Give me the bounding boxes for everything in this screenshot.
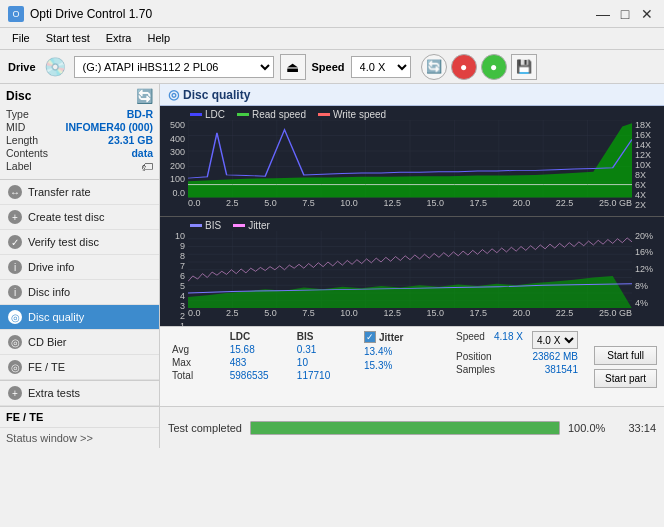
stats-panel: LDC BIS Avg 15.68 0.31 Max 483 10 Total … bbox=[160, 326, 664, 406]
settings-icon-btn[interactable]: ● bbox=[481, 54, 507, 80]
sidebar-item-disc-quality[interactable]: ◎ Disc quality bbox=[0, 305, 159, 330]
content-area: Disc 🔄 Type BD-R MID INFOMER40 (000) Len… bbox=[0, 84, 664, 406]
fe-te-nav-label: FE / TE bbox=[6, 411, 43, 423]
max-row: Max 483 10 bbox=[168, 357, 348, 368]
sidebar-item-verify-test-disc[interactable]: ✓ Verify test disc bbox=[0, 230, 159, 255]
speed-key: Speed bbox=[456, 331, 485, 349]
menu-start-test[interactable]: Start test bbox=[38, 30, 98, 47]
disc-icon-btn[interactable]: ● bbox=[451, 54, 477, 80]
drive-select[interactable]: (G:) ATAPI iHBS112 2 PL06 bbox=[74, 56, 274, 78]
menu-file[interactable]: File bbox=[4, 30, 38, 47]
sidebar-item-create-test-disc[interactable]: + Create test disc bbox=[0, 205, 159, 230]
legend-read-speed: Read speed bbox=[237, 109, 306, 120]
samples-val: 381541 bbox=[545, 364, 578, 375]
legend-jitter: Jitter bbox=[233, 220, 270, 231]
disc-length-key: Length bbox=[6, 134, 38, 146]
title-bar-controls: — □ ✕ bbox=[594, 5, 656, 23]
top-chart: LDC Read speed Write speed 500 400 300 bbox=[160, 106, 664, 217]
status-right-panel: Test completed 100.0% 33:14 bbox=[160, 407, 664, 448]
fe-te-nav-item[interactable]: FE / TE bbox=[0, 407, 159, 428]
speed-position-stats: Speed 4.18 X 4.0 X Position 23862 MB Sam… bbox=[452, 331, 582, 402]
total-bis: 117710 bbox=[297, 370, 344, 381]
jitter-header-row: ✓ Jitter bbox=[360, 331, 440, 343]
save-icon-btn[interactable]: 💾 bbox=[511, 54, 537, 80]
speed-select-stats[interactable]: 4.0 X bbox=[532, 331, 578, 349]
jitter-checkbox[interactable]: ✓ bbox=[364, 331, 376, 343]
sidebar-item-fe-te-label: FE / TE bbox=[28, 361, 65, 373]
sidebar-item-cd-bier-label: CD Bier bbox=[28, 336, 67, 348]
write-speed-color bbox=[318, 113, 330, 116]
bottom-chart-svg bbox=[188, 231, 632, 309]
progress-bar bbox=[251, 422, 559, 434]
samples-key: Samples bbox=[456, 364, 495, 375]
start-part-button[interactable]: Start part bbox=[594, 369, 657, 388]
transfer-rate-icon: ↔ bbox=[8, 185, 22, 199]
title-bar: O Opti Drive Control 1.70 — □ ✕ bbox=[0, 0, 664, 28]
avg-key: Avg bbox=[172, 344, 210, 355]
disc-panel: Disc 🔄 Type BD-R MID INFOMER40 (000) Len… bbox=[0, 84, 159, 180]
eject-icon-btn[interactable]: ⏏ bbox=[280, 54, 306, 80]
disc-length-row: Length 23.31 GB bbox=[6, 134, 153, 146]
minimize-button[interactable]: — bbox=[594, 5, 612, 23]
speed-val: 4.18 X bbox=[494, 331, 523, 349]
status-left-panel: FE / TE Status window >> bbox=[0, 407, 160, 448]
maximize-button[interactable]: □ bbox=[616, 5, 634, 23]
max-ldc: 483 bbox=[230, 357, 277, 368]
drive-info-icon: i bbox=[8, 260, 22, 274]
menu-extra[interactable]: Extra bbox=[98, 30, 140, 47]
sidebar-item-extra-tests[interactable]: + Extra tests bbox=[0, 380, 159, 406]
sidebar-item-verify-test-disc-label: Verify test disc bbox=[28, 236, 99, 248]
bottom-x-axis: 0.0 2.5 5.0 7.5 10.0 12.5 15.0 17.5 20.0… bbox=[188, 308, 632, 326]
sidebar-item-disc-info[interactable]: i Disc info bbox=[0, 280, 159, 305]
sidebar-item-drive-info-label: Drive info bbox=[28, 261, 74, 273]
extra-tests-icon: + bbox=[8, 386, 22, 400]
menu-bar: File Start test Extra Help bbox=[0, 28, 664, 50]
avg-bis: 0.31 bbox=[297, 344, 344, 355]
top-chart-legend: LDC Read speed Write speed bbox=[190, 109, 386, 120]
disc-info-icon: i bbox=[8, 285, 22, 299]
disc-refresh-icon[interactable]: 🔄 bbox=[136, 88, 153, 104]
sidebar-item-cd-bier[interactable]: ◎ CD Bier bbox=[0, 330, 159, 355]
sidebar-nav: ↔ Transfer rate + Create test disc ✓ Ver… bbox=[0, 180, 159, 406]
disc-type-key: Type bbox=[6, 108, 29, 120]
status-window-button[interactable]: Status window >> bbox=[0, 428, 159, 448]
charts-wrapper: LDC Read speed Write speed 500 400 300 bbox=[160, 106, 664, 326]
read-speed-color bbox=[237, 113, 249, 116]
top-x-axis: 0.0 2.5 5.0 7.5 10.0 12.5 15.0 17.5 20.0… bbox=[188, 198, 632, 216]
start-full-button[interactable]: Start full bbox=[594, 346, 657, 365]
ldc-label: LDC bbox=[205, 109, 225, 120]
disc-label-icon: 🏷 bbox=[141, 160, 153, 174]
sidebar-item-transfer-rate[interactable]: ↔ Transfer rate bbox=[0, 180, 159, 205]
speed-select[interactable]: 4.0 X bbox=[351, 56, 411, 78]
jitter-avg: 13.4% bbox=[364, 346, 392, 357]
position-val: 23862 MB bbox=[532, 351, 578, 362]
sidebar-item-fe-te[interactable]: ◎ FE / TE bbox=[0, 355, 159, 380]
bis-label: BIS bbox=[205, 220, 221, 231]
ldc-bis-stats: LDC BIS Avg 15.68 0.31 Max 483 10 Total … bbox=[168, 331, 348, 402]
jitter-header-label: Jitter bbox=[379, 332, 403, 343]
sidebar-item-transfer-rate-label: Transfer rate bbox=[28, 186, 91, 198]
sidebar-item-drive-info[interactable]: i Drive info bbox=[0, 255, 159, 280]
menu-help[interactable]: Help bbox=[139, 30, 178, 47]
disc-type-row: Type BD-R bbox=[6, 108, 153, 120]
fe-te-icon: ◎ bbox=[8, 360, 22, 374]
disc-label-key: Label bbox=[6, 160, 32, 174]
avg-row: Avg 15.68 0.31 bbox=[168, 344, 348, 355]
sidebar-item-disc-quality-label: Disc quality bbox=[28, 311, 84, 323]
jitter-label-chart: Jitter bbox=[248, 220, 270, 231]
legend-ldc: LDC bbox=[190, 109, 225, 120]
bottom-y-axis-left: 10 9 8 7 6 5 4 3 2 1 bbox=[160, 231, 188, 309]
close-button[interactable]: ✕ bbox=[638, 5, 656, 23]
max-key: Max bbox=[172, 357, 210, 368]
drive-icon-btn[interactable]: 💿 bbox=[42, 54, 68, 80]
disc-length-val: 23.31 GB bbox=[108, 134, 153, 146]
right-panel: ◎ Disc quality LDC Read speed bbox=[160, 84, 664, 406]
sidebar-item-extra-tests-label: Extra tests bbox=[28, 387, 80, 399]
status-completed-text: Test completed bbox=[168, 422, 242, 434]
bis-header: BIS bbox=[297, 331, 344, 342]
avg-ldc: 15.68 bbox=[230, 344, 277, 355]
refresh-icon-btn[interactable]: 🔄 bbox=[421, 54, 447, 80]
stats-label-blank bbox=[172, 331, 210, 342]
bottom-chart: BIS Jitter 10 9 8 7 6 5 4 3 bbox=[160, 217, 664, 327]
disc-contents-val: data bbox=[131, 147, 153, 159]
